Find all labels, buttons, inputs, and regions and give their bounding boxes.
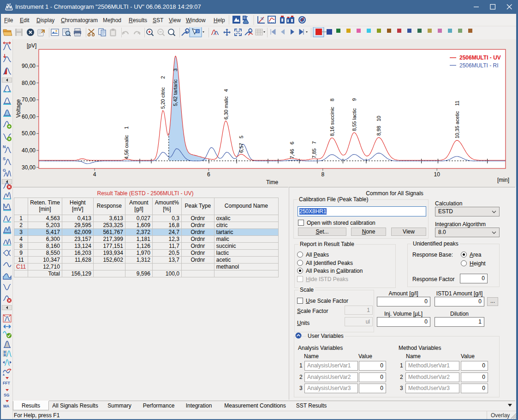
svg-text:40,00: 40,00 <box>22 147 36 154</box>
svg-text:5,42 tartaric: 5,42 tartaric <box>173 79 178 106</box>
svg-text:50,00: 50,00 <box>22 130 36 137</box>
svg-text:10: 10 <box>376 116 381 121</box>
svg-text:?: ? <box>196 30 199 34</box>
svg-text:8,16 succinic: 8,16 succinic <box>329 107 335 136</box>
svg-text:6,57: 6,57 <box>238 143 244 153</box>
svg-text:G: G <box>3 168 6 173</box>
svg-text:Voltage: Voltage <box>15 99 22 118</box>
svg-text:5,20 citric: 5,20 citric <box>160 87 166 109</box>
svg-text:2: 2 <box>160 76 166 79</box>
svg-text:7,85: 7,85 <box>311 149 317 158</box>
svg-text:6,30 malic: 6,30 malic <box>223 96 229 120</box>
svg-text:2506MULTI - UV: 2506MULTI - UV <box>459 54 501 61</box>
svg-text:N: N <box>3 144 6 149</box>
svg-text:S: S <box>3 156 6 161</box>
svg-text:70,00: 70,00 <box>22 96 36 103</box>
svg-text:8: 8 <box>329 98 335 101</box>
svg-text:10,35 acetic: 10,35 acetic <box>454 111 460 138</box>
svg-text:FFT: FFT <box>3 381 10 385</box>
svg-text:[min]: [min] <box>497 177 509 183</box>
svg-text:8,98: 8,98 <box>376 126 381 136</box>
svg-text:2506MULTI - RI: 2506MULTI - RI <box>459 62 498 69</box>
svg-text:7: 7 <box>311 141 317 144</box>
svg-text:7,46: 7,46 <box>289 149 295 159</box>
svg-text:6: 6 <box>207 171 210 178</box>
svg-text:6: 6 <box>289 142 295 144</box>
svg-text:[pV]: [pV] <box>27 42 36 49</box>
svg-text:4: 4 <box>93 171 96 178</box>
svg-text:1: 1 <box>124 126 129 129</box>
svg-text:90,00: 90,00 <box>22 63 36 69</box>
svg-text:3: 3 <box>173 68 178 71</box>
svg-text:MA: MA <box>3 404 9 408</box>
svg-text:SG: SG <box>4 393 10 397</box>
svg-text:60,00: 60,00 <box>22 114 36 120</box>
svg-text:Time: Time <box>266 179 279 186</box>
svg-text:5: 5 <box>238 136 244 138</box>
svg-text:4: 4 <box>223 89 229 92</box>
svg-text:4,56 oxalic: 4,56 oxalic <box>124 135 129 159</box>
svg-text:30,00: 30,00 <box>22 164 36 171</box>
svg-text:80,00: 80,00 <box>22 80 36 86</box>
svg-text:8: 8 <box>321 171 324 178</box>
svg-text:10: 10 <box>434 171 441 178</box>
svg-text:11: 11 <box>454 101 460 106</box>
svg-text:8,55 lactic: 8,55 lactic <box>351 108 357 131</box>
svg-text:9: 9 <box>351 98 357 101</box>
